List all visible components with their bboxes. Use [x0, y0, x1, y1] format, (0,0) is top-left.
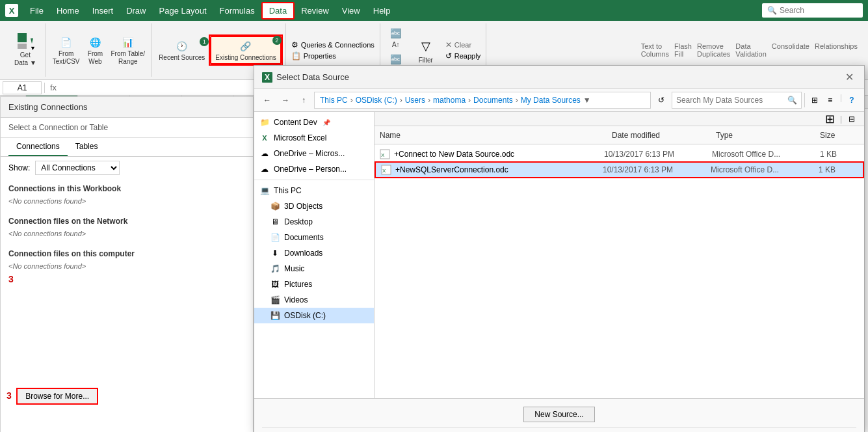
odc-icon-1: X — [380, 149, 390, 159]
new-source-area: New Source... — [262, 404, 856, 428]
conn-section-empty-2: <No connections found> — [8, 228, 245, 239]
breadcrumb-docs[interactable]: Documents — [473, 96, 513, 105]
reapply-button[interactable]: ↺ Reapply — [443, 51, 483, 61]
menu-data[interactable]: Data — [261, 2, 295, 20]
search-input[interactable] — [780, 6, 858, 15]
queries-connections-btn[interactable]: ⚙ Queries & Connections — [289, 40, 377, 50]
sidebar-this-pc[interactable]: 💻 This PC — [254, 183, 374, 198]
disk-icon: 💾 — [270, 310, 280, 321]
sidebar-music[interactable]: 🎵 Music — [254, 261, 374, 277]
clear-button[interactable]: ✕ Clear — [443, 40, 483, 50]
view-sort-icon[interactable]: ⊞ — [823, 112, 837, 126]
breadcrumb-this-pc[interactable]: This PC — [320, 96, 348, 105]
col-date[interactable]: Date modified — [612, 131, 716, 140]
col-type[interactable]: Type — [716, 131, 820, 140]
menu-file[interactable]: File — [23, 3, 50, 18]
sidebar-label: Documents — [284, 233, 324, 242]
dialog-sidebar: 📁 Content Dev 📌 X Microsoft Excel ☁ OneD… — [254, 112, 375, 398]
breadcrumb-user[interactable]: mathoma — [433, 96, 466, 105]
existing-connections-container: 🔗 Existing Connections 2 — [209, 34, 282, 66]
sidebar-pictures[interactable]: 🖼 Pictures — [254, 277, 374, 292]
tab-connections[interactable]: Connections — [8, 138, 68, 156]
breadcrumb-osdisk[interactable]: OSDisk (C:) — [356, 96, 397, 105]
sidebar-downloads[interactable]: ⬇ Downloads — [254, 245, 374, 261]
breadcrumb-bar[interactable]: This PC › OSDisk (C:) › Users › mathoma … — [314, 92, 651, 109]
sort-az-button[interactable]: 🔤 A↑ — [383, 24, 409, 50]
breadcrumb-users[interactable]: Users — [405, 96, 425, 105]
from-table-button[interactable]: 📊 From Table/Range — [107, 33, 150, 67]
search-data-sources-input[interactable] — [676, 96, 787, 105]
properties-btn[interactable]: 📋 Properties — [289, 51, 377, 61]
menu-formulas[interactable]: Formulas — [213, 3, 261, 18]
sidebar-videos[interactable]: 🎬 Videos — [254, 292, 374, 308]
cell-reference[interactable]: A1 — [3, 81, 42, 94]
computer-icon: 💻 — [259, 185, 270, 196]
dialog-search[interactable]: 🔍 — [672, 92, 802, 109]
sidebar-label: Content Dev — [274, 118, 317, 127]
connection-files-network: Connection files on the Network <No conn… — [1, 211, 253, 244]
view-detail-icon[interactable]: ⊟ — [845, 112, 859, 126]
sidebar-label: Pictures — [284, 280, 312, 289]
formula-fx: fx — [47, 83, 59, 92]
sidebar-content-dev[interactable]: 📁 Content Dev 📌 — [254, 115, 374, 130]
conn-section-title-2: Connection files on the Network — [8, 217, 245, 226]
forward-button[interactable]: → — [278, 92, 293, 108]
music-icon: 🎵 — [270, 263, 280, 274]
from-web-button[interactable]: 🌐 FromWeb — [84, 33, 107, 67]
menu-view[interactable]: View — [335, 3, 367, 18]
sidebar-documents[interactable]: 📄 Documents — [254, 230, 374, 245]
back-button[interactable]: ← — [259, 92, 275, 108]
sidebar-onedrive-person[interactable]: ☁ OneDrive – Person... — [254, 161, 374, 177]
col-name[interactable]: Name — [380, 131, 612, 140]
breadcrumb-data-sources[interactable]: My Data Sources — [521, 96, 581, 105]
menu-review[interactable]: Review — [295, 3, 335, 18]
file-dialog: X Select Data Source ✕ ← → ↑ This PC › O… — [254, 65, 865, 432]
col-size[interactable]: Size — [820, 131, 859, 140]
file-item-connect-new[interactable]: X +Connect to New Data Source.odc 10/13/… — [375, 147, 864, 161]
sort-small-btns: ✕ Clear ↺ Reapply — [443, 40, 483, 61]
svg-rect-0 — [18, 33, 27, 42]
menu-help[interactable]: Help — [367, 3, 397, 18]
menu-home[interactable]: Home — [50, 3, 86, 18]
view-list-button[interactable]: ⊞ — [808, 93, 822, 107]
browse-for-more-btn[interactable]: Browse for More... — [16, 388, 98, 405]
sidebar-onedrive-micro[interactable]: ☁ OneDrive – Micros... — [254, 146, 374, 161]
cloud-icon-2: ☁ — [259, 164, 270, 174]
menu-page-layout[interactable]: Page Layout — [153, 3, 213, 18]
filter-button[interactable]: ▽ Filter — [412, 34, 440, 66]
file-size-1: 1 KB — [820, 150, 859, 159]
from-text-csv-button[interactable]: 📄 FromText/CSV — [49, 33, 84, 67]
get-data-button[interactable]: ▼ GetData ▼ — [10, 29, 40, 68]
menu-insert[interactable]: Insert — [86, 3, 120, 18]
new-source-button[interactable]: New Source... — [523, 407, 594, 422]
odc-icon-2: X — [381, 165, 391, 175]
show-select[interactable]: All Connections — [35, 161, 120, 175]
file-list-header: Name Date modified Type Size — [375, 126, 864, 144]
sidebar-osdisk[interactable]: 💾 OSDisk (C:) — [254, 308, 374, 323]
dialog-main: ⊞ | ⊟ Name Date modified Type Size X — [375, 112, 864, 398]
sidebar-microsoft-excel[interactable]: X Microsoft Excel — [254, 130, 374, 146]
folder-icon: 📁 — [259, 117, 270, 128]
excel-dialog-icon: X — [262, 72, 272, 83]
conn-section-title-1: Connections in this Workbook — [8, 184, 245, 193]
view-details-button[interactable]: ≡ — [823, 93, 837, 107]
search-bar[interactable]: 🔍 — [762, 3, 863, 18]
file-item-sql-connection[interactable]: X +NewSQLServerConnection.odc 10/13/2017… — [375, 161, 864, 178]
queries-icon: ⚙ — [291, 40, 298, 49]
menu-draw[interactable]: Draw — [120, 3, 152, 18]
close-button[interactable]: ✕ — [843, 71, 856, 83]
svg-rect-1 — [18, 44, 27, 49]
dialog-title-text: Select Data Source — [276, 72, 349, 82]
file-list: X +Connect to New Data Source.odc 10/13/… — [375, 144, 864, 398]
sidebar-desktop[interactable]: 🖥 Desktop — [254, 214, 374, 230]
properties-icon: 📋 — [291, 51, 301, 61]
app-icon: X — [5, 4, 18, 17]
existing-connections-button[interactable]: 🔗 Existing Connections — [210, 36, 281, 64]
refresh-button[interactable]: ↺ — [653, 92, 669, 108]
tab-tables[interactable]: Tables — [68, 138, 106, 156]
up-button[interactable]: ↑ — [296, 92, 311, 108]
help-button[interactable]: ? — [845, 93, 859, 107]
file-date-2: 10/13/2017 6:13 PM — [603, 165, 707, 174]
sidebar-3d-objects[interactable]: 📦 3D Objects — [254, 198, 374, 214]
sidebar-label: Desktop — [284, 217, 313, 226]
